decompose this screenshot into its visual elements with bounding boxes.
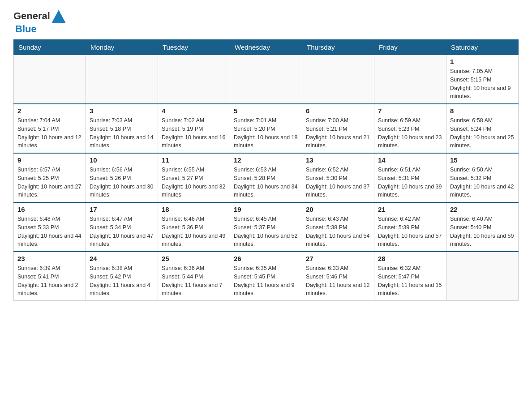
calendar-cell: 14Sunrise: 6:51 AMSunset: 5:31 PMDayligh… bbox=[374, 153, 446, 202]
calendar-cell: 9Sunrise: 6:57 AMSunset: 5:25 PMDaylight… bbox=[14, 153, 86, 202]
calendar-cell: 23Sunrise: 6:39 AMSunset: 5:41 PMDayligh… bbox=[14, 252, 86, 301]
day-number: 20 bbox=[306, 206, 370, 213]
calendar-cell: 27Sunrise: 6:33 AMSunset: 5:46 PMDayligh… bbox=[302, 252, 374, 301]
calendar-cell bbox=[374, 55, 446, 104]
logo: General Blue bbox=[13, 9, 66, 35]
calendar-cell bbox=[302, 55, 374, 104]
day-number: 23 bbox=[17, 255, 82, 262]
day-number: 10 bbox=[90, 156, 154, 164]
day-number: 18 bbox=[162, 206, 226, 213]
calendar-cell: 2Sunrise: 7:04 AMSunset: 5:17 PMDaylight… bbox=[14, 104, 86, 153]
calendar-cell: 20Sunrise: 6:43 AMSunset: 5:38 PMDayligh… bbox=[302, 202, 374, 252]
day-info: Sunrise: 6:32 AMSunset: 5:47 PMDaylight:… bbox=[378, 264, 442, 298]
day-info: Sunrise: 6:33 AMSunset: 5:46 PMDaylight:… bbox=[306, 264, 370, 298]
logo-blue: Blue bbox=[15, 23, 37, 35]
day-info: Sunrise: 7:03 AMSunset: 5:18 PMDaylight:… bbox=[90, 116, 154, 150]
day-number: 16 bbox=[17, 206, 82, 213]
header-day-friday: Friday bbox=[374, 40, 446, 55]
day-info: Sunrise: 7:01 AMSunset: 5:20 PMDaylight:… bbox=[234, 116, 298, 150]
calendar-week-4: 16Sunrise: 6:48 AMSunset: 5:33 PMDayligh… bbox=[14, 202, 519, 252]
calendar-week-5: 23Sunrise: 6:39 AMSunset: 5:41 PMDayligh… bbox=[14, 252, 519, 301]
day-number: 12 bbox=[234, 156, 298, 164]
day-info: Sunrise: 6:59 AMSunset: 5:23 PMDaylight:… bbox=[378, 116, 442, 150]
calendar-cell bbox=[86, 55, 158, 104]
day-info: Sunrise: 7:04 AMSunset: 5:17 PMDaylight:… bbox=[17, 116, 82, 150]
day-info: Sunrise: 6:55 AMSunset: 5:27 PMDaylight:… bbox=[162, 166, 226, 199]
calendar-cell bbox=[158, 55, 230, 104]
calendar-cell bbox=[230, 55, 302, 104]
day-number: 21 bbox=[378, 206, 442, 213]
calendar-cell: 10Sunrise: 6:56 AMSunset: 5:26 PMDayligh… bbox=[86, 153, 158, 202]
calendar-cell: 26Sunrise: 6:35 AMSunset: 5:45 PMDayligh… bbox=[230, 252, 302, 301]
calendar-cell: 12Sunrise: 6:53 AMSunset: 5:28 PMDayligh… bbox=[230, 153, 302, 202]
calendar-body: 1Sunrise: 7:05 AMSunset: 5:15 PMDaylight… bbox=[14, 55, 519, 301]
calendar-cell: 21Sunrise: 6:42 AMSunset: 5:39 PMDayligh… bbox=[374, 202, 446, 252]
calendar-cell: 5Sunrise: 7:01 AMSunset: 5:20 PMDaylight… bbox=[230, 104, 302, 153]
day-number: 13 bbox=[306, 156, 370, 164]
calendar-week-1: 1Sunrise: 7:05 AMSunset: 5:15 PMDaylight… bbox=[14, 55, 519, 104]
day-info: Sunrise: 7:02 AMSunset: 5:19 PMDaylight:… bbox=[162, 116, 226, 150]
day-info: Sunrise: 6:50 AMSunset: 5:32 PMDaylight:… bbox=[450, 166, 515, 199]
calendar-cell: 8Sunrise: 6:58 AMSunset: 5:24 PMDaylight… bbox=[446, 104, 519, 153]
day-number: 17 bbox=[90, 206, 154, 213]
calendar-cell: 1Sunrise: 7:05 AMSunset: 5:15 PMDaylight… bbox=[446, 55, 519, 104]
day-info: Sunrise: 7:00 AMSunset: 5:21 PMDaylight:… bbox=[306, 116, 370, 150]
header-day-saturday: Saturday bbox=[446, 40, 519, 55]
day-info: Sunrise: 6:58 AMSunset: 5:24 PMDaylight:… bbox=[450, 116, 515, 150]
day-info: Sunrise: 6:40 AMSunset: 5:40 PMDaylight:… bbox=[450, 215, 515, 248]
day-number: 8 bbox=[450, 107, 515, 115]
day-info: Sunrise: 6:46 AMSunset: 5:36 PMDaylight:… bbox=[162, 215, 226, 248]
day-number: 19 bbox=[234, 206, 298, 213]
calendar-cell: 24Sunrise: 6:38 AMSunset: 5:42 PMDayligh… bbox=[86, 252, 158, 301]
day-info: Sunrise: 6:39 AMSunset: 5:41 PMDaylight:… bbox=[17, 264, 82, 298]
calendar-week-2: 2Sunrise: 7:04 AMSunset: 5:17 PMDaylight… bbox=[14, 104, 519, 153]
calendar-header-row: SundayMondayTuesdayWednesdayThursdayFrid… bbox=[14, 40, 519, 55]
calendar-cell: 15Sunrise: 6:50 AMSunset: 5:32 PMDayligh… bbox=[446, 153, 519, 202]
header-day-tuesday: Tuesday bbox=[158, 40, 230, 55]
day-info: Sunrise: 6:36 AMSunset: 5:44 PMDaylight:… bbox=[162, 264, 226, 298]
day-info: Sunrise: 6:53 AMSunset: 5:28 PMDaylight:… bbox=[234, 166, 298, 199]
day-number: 25 bbox=[162, 255, 226, 262]
calendar-cell: 13Sunrise: 6:52 AMSunset: 5:30 PMDayligh… bbox=[302, 153, 374, 202]
page-header: General Blue bbox=[13, 9, 519, 35]
day-info: Sunrise: 6:47 AMSunset: 5:34 PMDaylight:… bbox=[90, 215, 154, 248]
day-number: 5 bbox=[234, 107, 298, 115]
day-info: Sunrise: 6:43 AMSunset: 5:38 PMDaylight:… bbox=[306, 215, 370, 248]
calendar-cell: 3Sunrise: 7:03 AMSunset: 5:18 PMDaylight… bbox=[86, 104, 158, 153]
day-number: 24 bbox=[90, 255, 154, 262]
day-number: 14 bbox=[378, 156, 442, 164]
logo-general: General bbox=[13, 10, 50, 22]
day-number: 15 bbox=[450, 156, 515, 164]
day-number: 2 bbox=[17, 107, 82, 115]
day-number: 3 bbox=[90, 107, 154, 115]
day-number: 26 bbox=[234, 255, 298, 262]
calendar-cell: 17Sunrise: 6:47 AMSunset: 5:34 PMDayligh… bbox=[86, 202, 158, 252]
day-info: Sunrise: 6:48 AMSunset: 5:33 PMDaylight:… bbox=[17, 215, 82, 248]
day-number: 4 bbox=[162, 107, 226, 115]
day-info: Sunrise: 6:42 AMSunset: 5:39 PMDaylight:… bbox=[378, 215, 442, 248]
logo-icon bbox=[51, 9, 66, 23]
day-info: Sunrise: 6:51 AMSunset: 5:31 PMDaylight:… bbox=[378, 166, 442, 199]
day-number: 11 bbox=[162, 156, 226, 164]
day-info: Sunrise: 7:05 AMSunset: 5:15 PMDaylight:… bbox=[450, 67, 515, 101]
day-number: 22 bbox=[450, 206, 515, 213]
header-day-thursday: Thursday bbox=[302, 40, 374, 55]
day-info: Sunrise: 6:56 AMSunset: 5:26 PMDaylight:… bbox=[90, 166, 154, 199]
calendar-cell: 6Sunrise: 7:00 AMSunset: 5:21 PMDaylight… bbox=[302, 104, 374, 153]
header-day-monday: Monday bbox=[86, 40, 158, 55]
header-day-wednesday: Wednesday bbox=[230, 40, 302, 55]
day-number: 9 bbox=[17, 156, 82, 164]
day-info: Sunrise: 6:45 AMSunset: 5:37 PMDaylight:… bbox=[234, 215, 298, 248]
calendar-cell: 28Sunrise: 6:32 AMSunset: 5:47 PMDayligh… bbox=[374, 252, 446, 301]
header-day-sunday: Sunday bbox=[14, 40, 86, 55]
svg-marker-0 bbox=[51, 10, 66, 23]
day-number: 7 bbox=[378, 107, 442, 115]
calendar-cell: 11Sunrise: 6:55 AMSunset: 5:27 PMDayligh… bbox=[158, 153, 230, 202]
calendar-cell bbox=[14, 55, 86, 104]
calendar-cell: 16Sunrise: 6:48 AMSunset: 5:33 PMDayligh… bbox=[14, 202, 86, 252]
calendar-week-3: 9Sunrise: 6:57 AMSunset: 5:25 PMDaylight… bbox=[14, 153, 519, 202]
day-number: 1 bbox=[450, 58, 515, 65]
day-info: Sunrise: 6:52 AMSunset: 5:30 PMDaylight:… bbox=[306, 166, 370, 199]
day-info: Sunrise: 6:35 AMSunset: 5:45 PMDaylight:… bbox=[234, 264, 298, 298]
calendar-cell: 19Sunrise: 6:45 AMSunset: 5:37 PMDayligh… bbox=[230, 202, 302, 252]
